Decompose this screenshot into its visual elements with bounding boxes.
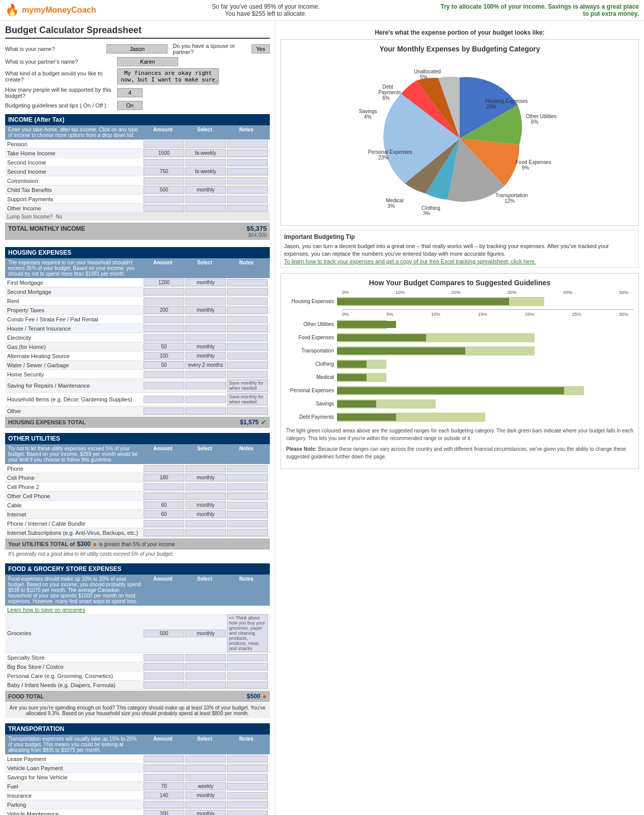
pie-chart-container: Your Monthly Expenses by Budgeting Categ… — [281, 39, 639, 226]
bar-area-savings — [337, 399, 633, 409]
utility-row: Internet Subscriptions (e.g. Anti-Virus,… — [5, 528, 270, 537]
income-total-label: TOTAL MONTHLY INCOME — [8, 225, 85, 232]
bar-label-savings: Savings — [286, 401, 337, 406]
svg-text:9%: 9% — [522, 165, 529, 171]
housing-row: Saving for Repairs / Maintenance Save mo… — [5, 379, 270, 393]
utilities-header: OTHER UTILITIES — [5, 433, 270, 444]
bar-label-personal: Personal Expenses — [286, 388, 337, 393]
pie-svg: Housing Expenses 29% Other Utilities 6% … — [327, 62, 592, 215]
logo-area: 🔥 mymyMoneyCoach — [5, 4, 96, 17]
transport-row: Vehicle Loan Payment — [5, 764, 270, 773]
pie-label-clothing: Clothing — [422, 205, 440, 211]
housing-total-label: HOUSING EXPENSES TOTAL — [8, 419, 86, 425]
transport-row: Lease Payment — [5, 754, 270, 764]
housing-row: Other — [5, 406, 270, 416]
partner-name-input[interactable] — [117, 57, 178, 66]
housing-section: HOUSING EXPENSES The expenses required t… — [5, 247, 270, 428]
transportation-description: Transportation expenses will usually tak… — [5, 735, 270, 754]
utilities-warn-icon: ● — [93, 540, 97, 548]
header-tip: Try to allocate 100% of your income. Sav… — [435, 3, 639, 17]
bar-label-housing: Housing Expenses — [286, 298, 337, 304]
svg-text:6%: 6% — [531, 119, 539, 125]
pie-label-medical: Medical — [386, 198, 403, 203]
housing-row: Home Security — [5, 370, 270, 379]
food-total-value-area: $500 ● — [247, 692, 267, 700]
food-warning: Are you sure you're spending enough on f… — [5, 703, 270, 718]
pie-label-unallocated: Unallocated — [414, 69, 441, 74]
income-section-header: INCOME (After Tax) — [5, 114, 270, 125]
svg-text:5%: 5% — [420, 74, 428, 80]
income-total-value: $5,375 — [246, 225, 267, 232]
bar-note: The light green coloured areas above are… — [286, 427, 633, 442]
bar-row-food: Food Expenses — [286, 332, 633, 343]
utilities-total-value: $300 — [77, 540, 91, 548]
bar-area-utilities — [337, 320, 633, 329]
income-row-childtax: Child Tax Benefits 500 monthly — [5, 185, 270, 195]
progress-text: So far you've used 95% of your income. — [212, 3, 320, 10]
partner-yes-button[interactable]: Yes — [251, 44, 270, 53]
bar-actual-clothing — [337, 361, 367, 368]
utility-row: Other Cell Phone — [5, 492, 270, 501]
people-row: How many people will be supported by thi… — [5, 87, 270, 99]
budget-type-row: What kind of a budget would you like to … — [5, 68, 270, 85]
food-learn-link[interactable]: Learn how to save on groceries — [5, 606, 270, 614]
budget-type-label: What kind of a budget would you like to … — [5, 70, 117, 83]
tip-link[interactable]: To learn how to track your expenses and … — [284, 258, 635, 264]
partner-name-label: What is your partner's name? — [5, 59, 117, 65]
bar-actual-savings — [337, 400, 376, 408]
pie-label-food: Food Expenses — [516, 159, 551, 165]
transport-row: Parking — [5, 800, 270, 809]
bar-area-transport — [337, 346, 633, 356]
housing-header: HOUSING EXPENSES — [5, 247, 270, 258]
income-row-second2: Second Income 750 bi-weekly — [5, 167, 270, 176]
utility-row: Phone — [5, 464, 270, 473]
income-description: Enter your take-home, after tax income. … — [5, 125, 270, 140]
utilities-section: OTHER UTILITIES Try not to let these uti… — [5, 433, 270, 558]
guidelines-toggle[interactable] — [117, 101, 143, 110]
utility-row: Internet 60 monthly — [5, 510, 270, 519]
food-section: FOOD & GROCERY STORE EXPENSES Food expen… — [5, 563, 270, 718]
page-title: Budget Calculator Spreadsheet — [5, 25, 270, 39]
svg-text:23%: 23% — [378, 155, 388, 160]
svg-text:29%: 29% — [486, 104, 496, 110]
bar-actual-food — [337, 334, 426, 341]
income-row-pension: Pension — [5, 140, 270, 149]
income-row-takehome: Take Home Income 1500 bi-weekly — [5, 149, 270, 158]
food-row: Specialty Store — [5, 653, 270, 662]
tip-text: Jason, you can turn a decent budget into… — [284, 242, 635, 258]
bar-actual-personal — [337, 387, 564, 394]
bar-area-housing — [337, 297, 633, 306]
name-row: What is your name? Do you have a spouse … — [5, 43, 270, 55]
housing-total-row: HOUSING EXPENSES TOTAL $1,575 ✔ — [5, 417, 270, 428]
logo-text: mymyMoneyCoach — [22, 6, 96, 15]
pie-label-utilities: Other Utilities — [526, 114, 556, 119]
header-center: So far you've used 95% of your income. Y… — [212, 3, 320, 17]
income-annual-value: $64,500 — [248, 232, 267, 238]
pie-label-savings: Savings — [359, 108, 377, 114]
housing-description: The expenses required to run your househ… — [5, 258, 270, 278]
housing-row: Second Mortgage — [5, 287, 270, 296]
bar-label-food: Food Expenses — [286, 335, 337, 340]
housing-row: Household Items (e.g. Décor, Gardening S… — [5, 393, 270, 406]
bar-label-transport: Transportation — [286, 348, 337, 354]
bar-note2: Please Note: Because these ranges can va… — [286, 445, 633, 460]
bar-area-debt — [337, 413, 633, 422]
name-label: What is your name? — [5, 46, 106, 52]
housing-total-value: $1,575 — [240, 419, 259, 426]
housing-total-value-area: $1,575 ✔ — [240, 418, 267, 426]
pie-chart-title: Your Monthly Expenses by Budgeting Categ… — [286, 45, 633, 53]
food-description: Food expenses should make up 10% to 20% … — [5, 575, 270, 606]
transport-row: Insurance 140 monthly — [5, 791, 270, 800]
people-input[interactable] — [117, 88, 143, 97]
utilities-description: Try not to let these utility expenses ex… — [5, 444, 270, 464]
bar-note2-title: Please Note: — [286, 446, 317, 452]
utility-row: Phone / Internet / Cable Bundle — [5, 519, 270, 528]
income-row-second1: Second Income — [5, 158, 270, 167]
income-row-other: Other Income — [5, 204, 270, 213]
budget-type-input[interactable]: My finances are okay right now, but I wa… — [117, 68, 219, 85]
name-input[interactable] — [106, 44, 167, 53]
pie-label-housing: Housing Expenses — [485, 98, 527, 104]
partner-name-row: What is your partner's name? — [5, 57, 270, 66]
top-bar: 🔥 mymyMoneyCoach So far you've used 95% … — [0, 0, 644, 21]
bar-row-clothing: Clothing — [286, 359, 633, 370]
